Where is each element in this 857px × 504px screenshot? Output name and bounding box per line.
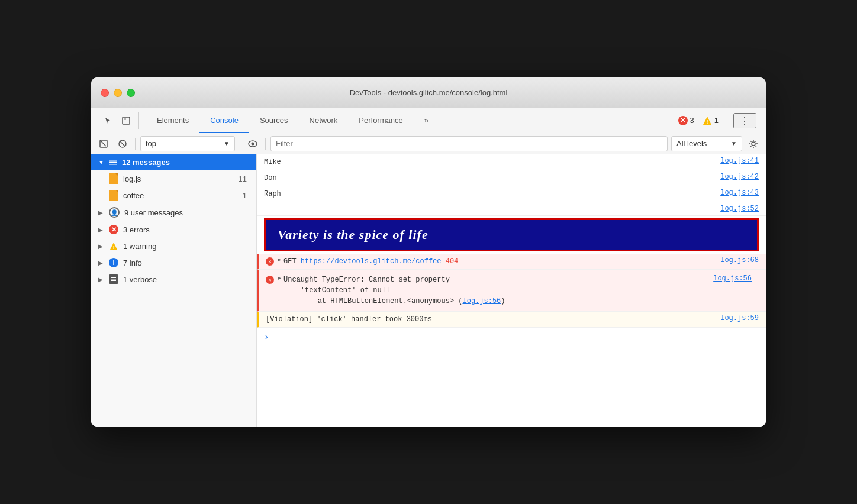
sidebar-item-coffee[interactable]: coffee 1 bbox=[91, 187, 256, 203]
svg-line-7 bbox=[120, 141, 125, 146]
traffic-lights bbox=[101, 89, 135, 97]
main-content: ▼ 12 messages log.js 11 coffee 1 bbox=[91, 154, 766, 427]
user-messages-arrow-icon: ▶ bbox=[98, 209, 104, 216]
variety-display: Variety is the spice of life bbox=[264, 218, 759, 251]
verbose-arrow-icon: ▶ bbox=[98, 276, 104, 283]
console-row-get-error: ✕ ▶ GET https://devtools.glitch.me/coffe… bbox=[257, 254, 766, 270]
toolbar-icons bbox=[96, 108, 146, 133]
sidebar: ▼ 12 messages log.js 11 coffee 1 bbox=[91, 154, 257, 427]
context-chevron-icon: ▼ bbox=[224, 140, 230, 147]
context-selector[interactable]: top ▼ bbox=[140, 136, 235, 151]
toolbar-sep3 bbox=[265, 138, 266, 150]
levels-chevron-icon: ▼ bbox=[731, 140, 737, 147]
svg-rect-1 bbox=[124, 118, 126, 120]
expand-arrow-1[interactable]: ▶ bbox=[278, 256, 281, 263]
sidebar-info[interactable]: ▶ i 7 info bbox=[91, 254, 256, 271]
tab-bar: Elements Console Sources Network Perform… bbox=[91, 108, 766, 133]
eye-icon[interactable] bbox=[245, 136, 260, 151]
svg-point-9 bbox=[252, 142, 254, 145]
sidebar-user-messages[interactable]: ▶ 👤 9 user messages bbox=[91, 203, 256, 221]
settings-icon[interactable] bbox=[746, 136, 761, 151]
console-prompt[interactable]: › bbox=[257, 328, 766, 347]
inspect-icon[interactable] bbox=[118, 113, 134, 128]
log-link-59[interactable]: log.js:59 bbox=[720, 314, 759, 322]
verbose-icon bbox=[109, 274, 118, 284]
console-row-mike: Mike log.js:41 bbox=[257, 154, 766, 170]
svg-rect-0 bbox=[123, 117, 130, 124]
info-circle-icon: i bbox=[109, 258, 118, 267]
tab-elements[interactable]: Elements bbox=[146, 109, 199, 133]
console-row-raph: Raph log.js:43 bbox=[257, 186, 766, 202]
tab-performance[interactable]: Performance bbox=[348, 109, 413, 133]
log-link-42[interactable]: log.js:42 bbox=[720, 173, 759, 181]
cursor-icon[interactable] bbox=[101, 113, 116, 128]
tab-network[interactable]: Network bbox=[299, 109, 349, 133]
tab-console[interactable]: Console bbox=[199, 109, 249, 133]
info-arrow-icon: ▶ bbox=[98, 260, 104, 266]
tab-more[interactable]: » bbox=[414, 109, 439, 133]
console-panel[interactable]: Mike log.js:41 Don log.js:42 Raph log.js… bbox=[257, 154, 766, 427]
console-row-don: Don log.js:42 bbox=[257, 170, 766, 186]
svg-rect-11 bbox=[109, 160, 117, 161]
maximize-button[interactable] bbox=[127, 89, 135, 97]
warnings-arrow-icon: ▶ bbox=[98, 243, 104, 250]
error-x-icon-2: ✕ bbox=[266, 276, 274, 284]
list-icon bbox=[109, 159, 117, 167]
tab-separator bbox=[138, 112, 139, 129]
log-link-43[interactable]: log.js:43 bbox=[720, 189, 759, 197]
filter-input[interactable] bbox=[270, 136, 668, 151]
console-row-typeerror: ✕ ▶ Uncaught TypeError: Cannot set prope… bbox=[257, 270, 766, 312]
logjs56-link[interactable]: log.js:56 bbox=[462, 297, 501, 305]
svg-rect-17 bbox=[111, 279, 116, 280]
warning-badge[interactable]: ! 1 bbox=[703, 116, 719, 125]
svg-line-5 bbox=[101, 141, 106, 146]
clear-console-button[interactable] bbox=[96, 136, 111, 151]
console-row-empty: log.js:52 bbox=[257, 202, 766, 216]
svg-text:!: ! bbox=[706, 119, 708, 125]
sidebar-warnings[interactable]: ▶ ! 1 warning bbox=[91, 238, 256, 254]
svg-rect-13 bbox=[109, 164, 117, 165]
warning-icon: ! bbox=[703, 116, 712, 125]
svg-rect-16 bbox=[111, 277, 116, 278]
more-options-button[interactable]: ⋮ bbox=[733, 113, 756, 128]
sidebar-messages-header[interactable]: ▼ 12 messages bbox=[91, 154, 256, 170]
block-button[interactable] bbox=[115, 136, 130, 151]
svg-point-10 bbox=[752, 142, 755, 146]
coffee-link[interactable]: https://devtools.glitch.me/coffee bbox=[301, 257, 442, 266]
svg-rect-18 bbox=[111, 280, 116, 281]
console-toolbar: top ▼ All levels ▼ bbox=[91, 133, 766, 154]
sidebar-verbose[interactable]: ▶ 1 verbose bbox=[91, 271, 256, 287]
user-icon: 👤 bbox=[109, 207, 120, 218]
devtools-window: DevTools - devtools.glitch.me/console/lo… bbox=[91, 77, 766, 427]
error-icon: ✕ bbox=[678, 116, 688, 125]
toolbar-sep2 bbox=[240, 138, 240, 150]
levels-selector[interactable]: All levels ▼ bbox=[671, 136, 742, 151]
error-badge[interactable]: ✕ 3 bbox=[678, 116, 694, 125]
console-row-violation: [Violation] 'click' handler took 3000ms … bbox=[257, 312, 766, 328]
errors-arrow-icon: ▶ bbox=[98, 227, 104, 233]
svg-text:!: ! bbox=[113, 245, 115, 250]
log-link-41[interactable]: log.js:41 bbox=[720, 157, 759, 165]
toolbar-right: ✕ 3 ! 1 ⋮ bbox=[674, 108, 761, 133]
tab-sources[interactable]: Sources bbox=[249, 109, 299, 133]
sidebar-errors[interactable]: ▶ ✕ 3 errors bbox=[91, 221, 256, 238]
close-button[interactable] bbox=[101, 89, 109, 97]
window-title: DevTools - devtools.glitch.me/console/lo… bbox=[350, 88, 508, 97]
warning-triangle-icon: ! bbox=[109, 241, 118, 251]
sidebar-item-logjs[interactable]: log.js 11 bbox=[91, 170, 256, 187]
titlebar: DevTools - devtools.glitch.me/console/lo… bbox=[91, 77, 766, 108]
log-link-68[interactable]: log.js:68 bbox=[720, 256, 759, 264]
messages-chevron-icon: ▼ bbox=[98, 159, 104, 166]
svg-rect-12 bbox=[109, 161, 117, 163]
minimize-button[interactable] bbox=[114, 89, 122, 97]
error-x-icon-1: ✕ bbox=[266, 257, 274, 266]
log-link-56[interactable]: log.js:56 bbox=[713, 274, 752, 283]
file-icon-logjs bbox=[109, 173, 118, 184]
toolbar-sep1 bbox=[135, 138, 136, 150]
file-icon-coffee bbox=[109, 190, 118, 201]
right-separator bbox=[726, 112, 726, 129]
expand-arrow-2[interactable]: ▶ bbox=[278, 274, 281, 282]
log-link-52[interactable]: log.js:52 bbox=[720, 205, 759, 213]
error-circle-icon: ✕ bbox=[109, 225, 118, 234]
